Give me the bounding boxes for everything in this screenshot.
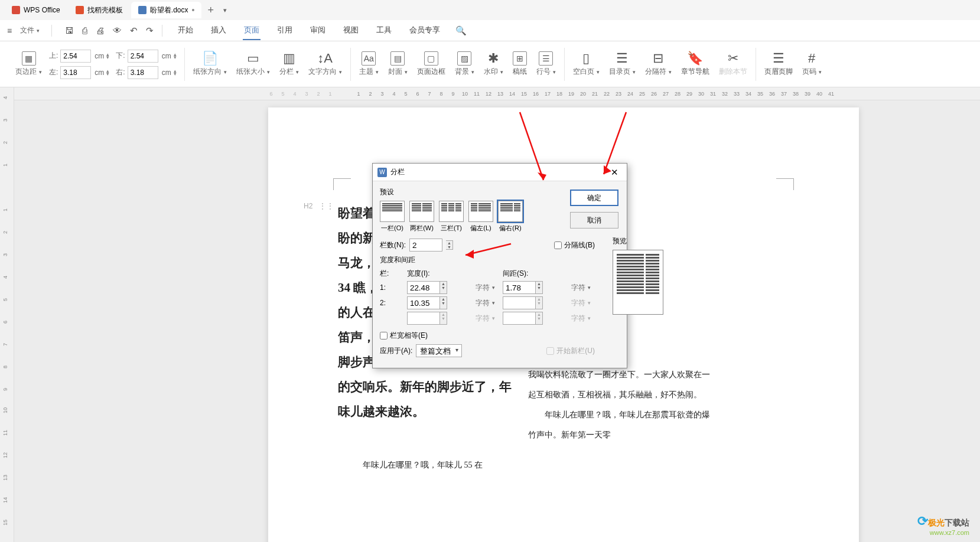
spacing-input-3 bbox=[503, 312, 536, 325]
tab-reference[interactable]: 引用 bbox=[276, 21, 294, 40]
margin-left-input[interactable] bbox=[60, 66, 91, 79]
hamburger-icon[interactable]: ≡ bbox=[7, 26, 12, 35]
unit-char[interactable]: 字符 bbox=[476, 283, 499, 293]
tab-templates[interactable]: 找稻壳模板 bbox=[69, 2, 130, 18]
margin-left-label: 左: bbox=[49, 67, 58, 77]
watermark-icon[interactable]: ✱ bbox=[486, 51, 500, 66]
width-input-2[interactable] bbox=[407, 296, 440, 309]
spacing-header: 间距(S): bbox=[503, 269, 568, 279]
preset-left[interactable]: 偏左(L) bbox=[468, 201, 493, 233]
export-icon[interactable]: ⎙ bbox=[82, 25, 87, 36]
spinner-icon[interactable]: ▴▾ bbox=[106, 70, 113, 76]
tab-member[interactable]: 会员专享 bbox=[408, 21, 441, 40]
spinner-icon[interactable]: ▲▼ bbox=[446, 240, 453, 250]
columns-icon[interactable]: ▥ bbox=[282, 51, 296, 66]
cover-label[interactable]: 封面 bbox=[388, 67, 408, 77]
undo-icon[interactable]: ↶ bbox=[130, 25, 138, 36]
orientation-icon[interactable]: 📄 bbox=[203, 51, 217, 66]
tab-page[interactable]: 页面 bbox=[243, 21, 261, 40]
line-number-icon[interactable]: ☰ bbox=[539, 51, 553, 66]
tab-document[interactable]: 盼望着.docx • bbox=[131, 2, 202, 18]
page-number-label[interactable]: 页码 bbox=[802, 67, 822, 77]
unit-cm: cm bbox=[162, 68, 171, 77]
width-input-1[interactable] bbox=[407, 281, 440, 294]
manuscript-icon[interactable]: ⊞ bbox=[513, 51, 527, 66]
line-number-label[interactable]: 行号 bbox=[536, 67, 556, 77]
page-border-label[interactable]: 页面边框 bbox=[417, 67, 445, 77]
ok-button[interactable]: 确定 bbox=[570, 190, 618, 206]
spinner-icon[interactable]: ▲▼ bbox=[440, 296, 447, 309]
tab-tools[interactable]: 工具 bbox=[375, 21, 393, 40]
unit-char[interactable]: 字符 bbox=[476, 298, 499, 308]
separator-icon[interactable]: ⊟ bbox=[651, 51, 665, 66]
apply-to-select[interactable]: 整篇文档 bbox=[416, 344, 462, 357]
tab-view[interactable]: 视图 bbox=[342, 21, 360, 40]
orientation-label[interactable]: 纸张方向 bbox=[193, 67, 227, 77]
margin-right-input[interactable] bbox=[128, 66, 158, 79]
cols-count-input[interactable] bbox=[409, 239, 442, 252]
preset-one[interactable]: 一栏(O) bbox=[380, 201, 405, 233]
theme-label[interactable]: 主题 bbox=[359, 67, 379, 77]
spinner-icon[interactable]: ▴▾ bbox=[106, 53, 113, 59]
page-border-icon[interactable]: ▢ bbox=[424, 51, 438, 66]
redo-icon[interactable]: ↷ bbox=[146, 25, 154, 36]
columns-label[interactable]: 分栏 bbox=[279, 67, 299, 77]
cancel-button[interactable]: 取消 bbox=[570, 212, 618, 228]
unit-char[interactable]: 字符 bbox=[571, 283, 595, 293]
toc-icon[interactable]: ☰ bbox=[615, 51, 629, 66]
file-menu[interactable]: 文件 bbox=[17, 24, 43, 37]
tab-wps-office[interactable]: WPS Office bbox=[5, 2, 67, 18]
header-footer-icon[interactable]: ☰ bbox=[771, 51, 786, 66]
separator-checkbox[interactable]: 分隔线(B) bbox=[554, 240, 595, 250]
tab-insert[interactable]: 插入 bbox=[210, 21, 227, 40]
paper-size-label[interactable]: 纸张大小 bbox=[236, 67, 270, 77]
watermark-label[interactable]: 水印 bbox=[484, 67, 503, 77]
spinner-icon[interactable]: ▴▾ bbox=[174, 53, 181, 59]
header-footer-label[interactable]: 页眉页脚 bbox=[764, 67, 793, 77]
text-direction-icon[interactable]: ↕A bbox=[318, 51, 332, 66]
paper-size-icon[interactable]: ▭ bbox=[246, 51, 260, 66]
margins-label[interactable]: 页边距 bbox=[15, 67, 42, 77]
spinner-icon[interactable]: ▲▼ bbox=[440, 281, 447, 294]
theme-icon[interactable]: Aa bbox=[362, 51, 376, 66]
vertical-ruler[interactable]: 43211234567891011121314151617181920 bbox=[0, 87, 14, 542]
tab-review[interactable]: 审阅 bbox=[309, 21, 327, 40]
margin-bottom-input[interactable] bbox=[128, 50, 158, 63]
toc-label[interactable]: 目录页 bbox=[609, 67, 636, 77]
background-label[interactable]: 背景 bbox=[455, 67, 474, 77]
margins-icon[interactable]: ▦ bbox=[22, 51, 36, 66]
doc-left-footer[interactable]: 年味儿在哪里？哦，年味儿 55 在 bbox=[363, 456, 540, 475]
spinner-icon[interactable]: ▴▾ bbox=[174, 70, 181, 76]
print-preview-icon[interactable]: 👁 bbox=[113, 25, 122, 36]
text-direction-label[interactable]: 文字方向 bbox=[308, 67, 342, 77]
blank-page-icon[interactable]: ▯ bbox=[579, 51, 593, 66]
print-icon[interactable]: 🖨 bbox=[96, 25, 105, 36]
tab-start[interactable]: 开始 bbox=[177, 21, 194, 40]
preset-three[interactable]: 三栏(T) bbox=[439, 201, 464, 233]
new-tab-button[interactable]: + bbox=[203, 4, 219, 17]
dialog-titlebar[interactable]: W 分栏 ✕ bbox=[373, 164, 627, 181]
width-spacing-label: 宽度和间距 bbox=[380, 255, 595, 265]
preset-right[interactable]: 偏右(R) bbox=[498, 201, 523, 233]
drag-handle-icon[interactable]: ⋮⋮ bbox=[319, 202, 334, 210]
tab-overflow-button[interactable]: ▾ bbox=[219, 6, 232, 14]
spinner-icon[interactable]: ▲▼ bbox=[536, 281, 543, 294]
navigate-icon[interactable]: 🔖 bbox=[688, 51, 702, 66]
navigate-label[interactable]: 章节导航 bbox=[681, 67, 709, 77]
preset-two[interactable]: 两栏(W) bbox=[409, 201, 434, 233]
save-icon[interactable]: 🖫 bbox=[65, 25, 74, 36]
spinner-icon: ▲▼ bbox=[440, 312, 447, 325]
margin-top-input[interactable] bbox=[60, 50, 91, 63]
separator-label[interactable]: 分隔符 bbox=[645, 67, 672, 77]
blank-page-label[interactable]: 空白页 bbox=[573, 67, 600, 77]
page-number-icon[interactable]: # bbox=[805, 51, 819, 66]
close-icon[interactable]: ✕ bbox=[607, 165, 622, 180]
unit-cm: cm bbox=[162, 52, 171, 60]
equal-width-checkbox[interactable]: 栏宽相等(E) bbox=[380, 331, 428, 341]
background-icon[interactable]: ▨ bbox=[457, 51, 471, 66]
horizontal-ruler[interactable]: 6543211234567891011121314151617181920212… bbox=[14, 87, 980, 100]
search-icon[interactable]: 🔍 bbox=[455, 25, 467, 36]
cover-icon[interactable]: ▤ bbox=[390, 51, 405, 66]
manuscript-label[interactable]: 稿纸 bbox=[513, 67, 527, 77]
spacing-input-1[interactable] bbox=[503, 281, 536, 294]
